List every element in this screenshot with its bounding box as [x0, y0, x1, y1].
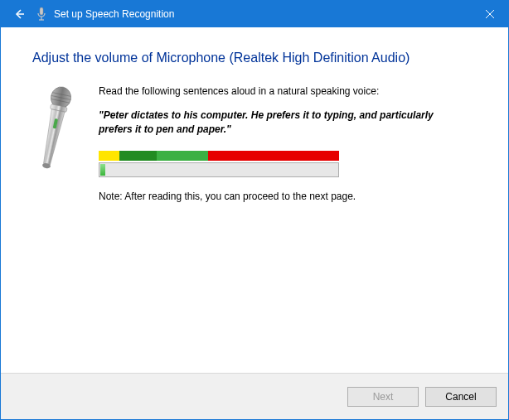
- svg-rect-1: [40, 7, 43, 15]
- next-button[interactable]: Next: [347, 387, 419, 407]
- page-heading: Adjust the volume of Microphone (Realtek…: [32, 51, 477, 65]
- note-text: Note: After reading this, you can procee…: [99, 191, 468, 202]
- footer: Next Cancel: [1, 373, 508, 419]
- volume-level-fill: [100, 164, 105, 176]
- titlebar: Set up Speech Recognition: [1, 1, 508, 27]
- back-arrow-icon: [12, 7, 26, 21]
- volume-range-indicator: [99, 151, 339, 161]
- window-title: Set up Speech Recognition: [54, 8, 174, 20]
- back-button[interactable]: [9, 4, 29, 24]
- microphone-icon: [36, 7, 47, 22]
- sample-sentence: "Peter dictates to his computer. He pref…: [99, 109, 468, 138]
- content-area: Adjust the volume of Microphone (Realtek…: [1, 27, 508, 373]
- close-icon: [486, 10, 494, 18]
- close-button[interactable]: [471, 1, 508, 27]
- volume-level-meter: [99, 162, 339, 177]
- instruction-text: Read the following sentences aloud in a …: [99, 85, 468, 97]
- microphone-illustration: [32, 85, 79, 202]
- cancel-button[interactable]: Cancel: [425, 387, 497, 407]
